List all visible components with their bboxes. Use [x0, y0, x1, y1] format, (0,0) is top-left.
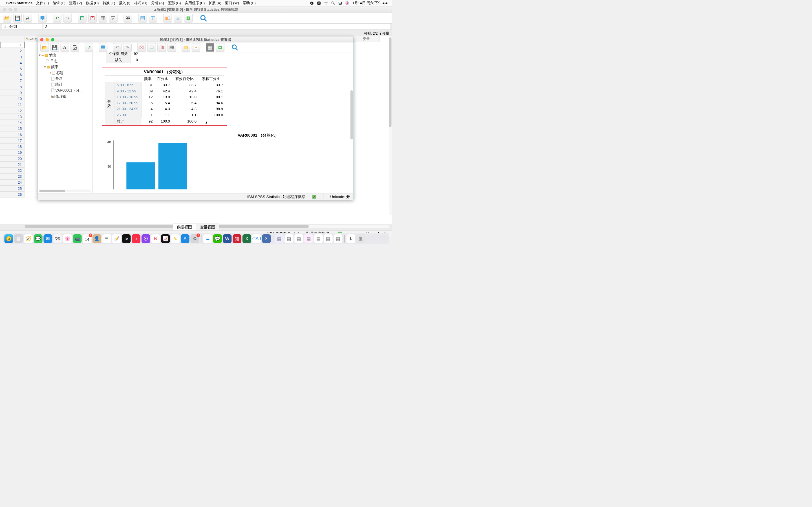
dock-stocks-icon[interactable]: 📈 [161, 234, 170, 243]
tree-root[interactable]: 输出 [49, 53, 56, 58]
dock-recent-6-icon[interactable]: ▤ [324, 234, 333, 243]
dock-downloads-icon[interactable]: ⬇ [347, 234, 355, 243]
dock-word-icon[interactable]: W [223, 234, 232, 243]
row-header[interactable]: 20 [0, 156, 24, 162]
tree-item-frequency[interactable]: 频率 [51, 64, 58, 69]
menu-transform[interactable]: 转换 (T) [103, 1, 115, 6]
row-header[interactable]: 5 [0, 66, 24, 72]
frequency-table-selected[interactable]: VAR00001 （分箱化） 频率 百分比 有效百分比 累积百分比 有效5.00… [102, 67, 227, 126]
active-cell-value[interactable]: 2 [43, 24, 390, 29]
viewer-content-scrollbar[interactable] [350, 91, 353, 139]
dock-caj-icon[interactable]: CAJ [252, 234, 261, 243]
dock-recent-2-icon[interactable]: ▤ [285, 234, 294, 243]
row-header[interactable]: 2 [0, 48, 24, 54]
dock-podcasts-icon[interactable]: ⦿ [142, 234, 150, 243]
dock-cnki-icon[interactable]: 知 [233, 234, 241, 243]
v-toolbar-goto-case-icon[interactable] [147, 43, 156, 52]
status-control-center-icon[interactable] [338, 1, 342, 5]
v-toolbar-select-last-icon[interactable]: ▦ [206, 43, 214, 52]
output-outline-tree[interactable]: ▾➔输出 日志 ▾频率 ➔标题 备注 统计 VAR00001（分… 条形图 [38, 52, 93, 193]
tree-item-notes[interactable]: 备注 [55, 76, 62, 81]
row-header[interactable]: 18 [0, 144, 24, 150]
dock-notes-icon[interactable]: 📝 [112, 234, 121, 243]
menu-view[interactable]: 查看 (V) [69, 1, 82, 6]
menu-help[interactable]: 帮助 (H) [243, 1, 256, 6]
row-header[interactable]: 19 [0, 150, 24, 156]
tree-item-title[interactable]: 标题 [56, 70, 63, 75]
tree-item-barchart[interactable]: 条形图 [56, 94, 66, 99]
toolbar-variables-icon[interactable] [99, 14, 107, 22]
row-header[interactable]: 21 [0, 162, 24, 168]
dock-recent-4-icon[interactable]: ▤ [304, 234, 313, 243]
toolbar-insert-cases-icon[interactable] [139, 14, 147, 22]
menu-extensions[interactable]: 扩展 (X) [209, 1, 221, 6]
row-header[interactable]: 26 [0, 191, 24, 198]
row-header[interactable]: 13 [0, 114, 24, 120]
tab-variable-view[interactable]: 变量视图 [196, 224, 219, 231]
dock-facetime-icon[interactable]: 📹 [73, 234, 82, 243]
toolbar-goto-var-icon[interactable] [88, 14, 97, 22]
dock-spss-icon[interactable]: Σ [262, 234, 271, 243]
toolbar-find-icon[interactable] [124, 14, 132, 22]
row-header[interactable]: 14 [0, 120, 24, 126]
dock-tv-icon[interactable]: tv [122, 234, 131, 243]
v-toolbar-variables-icon[interactable] [167, 43, 176, 52]
dock-maps-icon[interactable]: 🗺 [53, 234, 62, 243]
tree-scrollbar[interactable] [39, 189, 91, 192]
v-toolbar-undo-icon[interactable]: ↶ [113, 43, 121, 52]
dock-news-icon[interactable]: N [151, 234, 160, 243]
row-header[interactable]: 11 [0, 102, 24, 108]
dock-finder-icon[interactable]: 🙂 [4, 234, 13, 243]
menu-edit[interactable]: 编辑 (E) [53, 1, 65, 6]
dock-recent-5-icon[interactable]: ▤ [314, 234, 323, 243]
menu-insert[interactable]: 插入 (I) [119, 1, 130, 6]
row-header[interactable]: 9 [0, 90, 24, 96]
dock-calendar-icon[interactable]: ▬141 [83, 234, 91, 243]
toolbar-split-file-icon[interactable]: A1 [163, 14, 172, 22]
v-toolbar-goto-var-icon[interactable] [157, 43, 166, 52]
dock-music-icon[interactable]: ♪ [132, 234, 140, 243]
dock-safari-icon[interactable]: 🧭 [24, 234, 33, 243]
v-toolbar-designate-window-icon[interactable] [182, 43, 190, 52]
status-spotlight-icon[interactable] [331, 1, 335, 5]
dock-reminders-icon[interactable]: ☰ [102, 234, 111, 243]
status-wifi-icon[interactable] [324, 1, 328, 5]
toolbar-select-cases-icon[interactable]: + [184, 14, 193, 22]
dock-mail-icon[interactable]: ✉ [43, 234, 52, 243]
dock-excel-icon[interactable]: X [243, 234, 251, 243]
menu-format[interactable]: 格式 (O) [134, 1, 147, 6]
v-toolbar-associate-icon[interactable]: + [216, 43, 224, 52]
row-header[interactable]: 7 [0, 78, 24, 84]
toolbar-weight-cases-icon[interactable] [174, 14, 182, 22]
v-toolbar-export-icon[interactable]: ↗ [85, 43, 93, 52]
row-header[interactable]: 25 [0, 186, 24, 191]
dock-wechat-icon[interactable]: 💬 [213, 234, 222, 243]
toolbar-zoom-icon[interactable] [199, 14, 208, 22]
row-header[interactable]: 17 [0, 138, 24, 144]
vertical-scrollbar-data[interactable] [389, 36, 392, 215]
row-header[interactable]: 8 [0, 84, 24, 90]
v-toolbar-goto-data-icon[interactable] [137, 43, 146, 52]
tab-data-view[interactable]: 数据视图 [173, 224, 196, 231]
row-header[interactable]: 4 [0, 60, 24, 66]
v-toolbar-zoom-icon[interactable] [230, 43, 240, 52]
dock-recent-3-icon[interactable]: ▤ [294, 234, 303, 243]
row-header[interactable]: 22 [0, 168, 24, 173]
menu-graphs[interactable]: 图形 (G) [168, 1, 181, 6]
dock-trash-icon[interactable]: 🗑 [356, 234, 365, 243]
dock-tencent-meeting-icon[interactable]: ☁ [203, 234, 212, 243]
column-header-empty[interactable]: 变量 [352, 36, 380, 42]
row-header[interactable]: 1 [0, 42, 24, 48]
dock-settings-icon[interactable]: ⚙1 [191, 234, 199, 243]
menu-data[interactable]: 数据 (D) [86, 1, 99, 6]
toolbar-recall-dialog-icon[interactable] [38, 14, 47, 22]
viewer-titlebar[interactable]: 输出3 [文档 3] - IBM SPSS Statistics 查看器 [38, 37, 354, 43]
row-header[interactable]: 3 [0, 54, 24, 60]
row-header[interactable]: 23 [0, 173, 24, 179]
menu-file[interactable]: 文件 (F) [36, 1, 49, 6]
toolbar-redo-icon[interactable]: ↷ [63, 14, 71, 22]
v-toolbar-redo-icon[interactable]: ↷ [123, 43, 132, 52]
v-toolbar-open-icon[interactable]: 📂 [40, 43, 49, 52]
status-record-icon[interactable] [310, 1, 314, 5]
v-toolbar-save-icon[interactable]: 💾 [50, 43, 59, 52]
